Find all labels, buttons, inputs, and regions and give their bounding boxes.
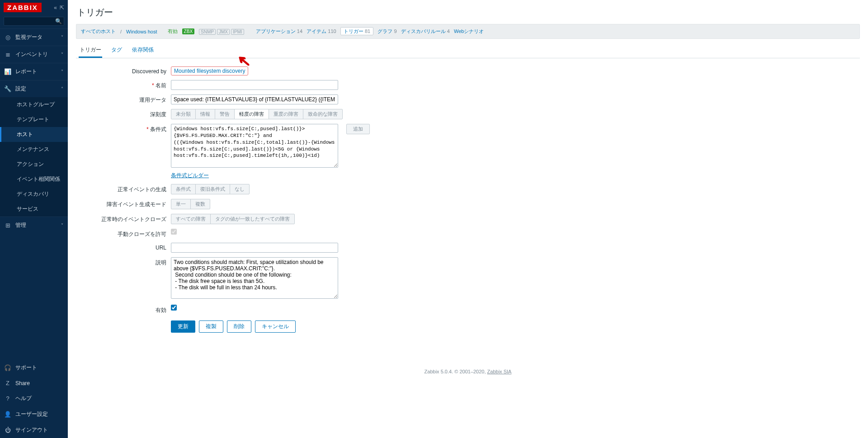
search-box[interactable]: 🔍 (4, 17, 64, 26)
nav-icon: 🔧 (4, 85, 12, 92)
tab-1[interactable]: タグ (110, 42, 123, 58)
nav-sub-ホストグループ[interactable]: ホストグループ (0, 97, 68, 112)
crumb-item-3[interactable]: グラフ 9 (377, 28, 396, 34)
bottom-icon: 👤 (4, 411, 12, 418)
crumb-item-1[interactable]: アイテム 110 (307, 28, 336, 34)
status-enabled: 有効 (168, 28, 178, 35)
nav-label: 管理 (15, 221, 26, 229)
crumb-item-0[interactable]: アプリケーション 14 (256, 28, 302, 34)
main: トリガー すべてのホスト / Windows host 有効 ZBX SNMP … (68, 0, 868, 438)
manualclose-checkbox (171, 229, 177, 235)
crumb-item-5[interactable]: Webシナリオ (454, 28, 484, 34)
clone-button[interactable]: 複製 (199, 320, 223, 333)
crumb-sep: / (120, 29, 122, 34)
breadcrumb-bar: すべてのホスト / Windows host 有効 ZBX SNMP JMX I… (76, 24, 860, 39)
nav-1[interactable]: ≣インベントリ˅ (0, 46, 68, 63)
sidebar: ZABBIX « ⇱ 🔍 ◎監視データ˅≣インベントリ˅📊レポート˅🔧設定˄ホス… (0, 0, 68, 438)
opdata-input[interactable] (171, 94, 338, 104)
sb-bottom-4[interactable]: ⏻サインアウト (0, 422, 68, 438)
label-discovered: Discovered by (76, 66, 171, 75)
okgen-group-opt-0: 条件式 (171, 184, 196, 194)
nav-sub-アクション[interactable]: アクション (0, 157, 68, 172)
bottom-icon: Z (4, 380, 12, 386)
chevron-icon: ˅ (61, 35, 63, 40)
proto-badge-JMX: JMX (217, 29, 230, 35)
sb-bottom-1[interactable]: ZShare (0, 376, 68, 391)
footer: Zabbix 5.0.4. © 2001–2020, Zabbix SIA (76, 369, 860, 374)
footer-text: Zabbix 5.0.4. © 2001–2020, (425, 369, 487, 374)
sev-group-opt-1: 情報 (196, 109, 215, 119)
url-input[interactable] (171, 243, 338, 253)
discovered-by-link-box: Mounted filesystem discovery (171, 66, 248, 75)
sev-group-opt-3: 軽度の障害 (235, 109, 269, 119)
update-button[interactable]: 更新 (171, 320, 195, 333)
nav-sub-メンテナンス[interactable]: メンテナンス (0, 142, 68, 157)
proto-badge-IPMI: IPMI (231, 29, 244, 35)
severity-group: 未分類情報警告軽度の障害重度の障害致命的な障害 (171, 109, 343, 119)
nav-sub-ディスカバリ[interactable]: ディスカバリ (0, 187, 68, 202)
tab-2[interactable]: 依存関係 (131, 42, 155, 58)
sev-group-opt-4: 重度の障害 (269, 109, 303, 119)
bottom-icon: 🎧 (4, 364, 12, 371)
nav-3[interactable]: 🔧設定˄ (0, 80, 68, 97)
logo: ZABBIX (4, 3, 42, 12)
nav-icon: ◎ (4, 34, 12, 41)
label-desc: 説明 (76, 257, 171, 267)
nav-icon: ⊞ (4, 222, 12, 229)
cancel-button[interactable]: キャンセル (255, 320, 296, 333)
nav-4[interactable]: ⊞管理˅ (0, 217, 68, 234)
crumb-item-active[interactable]: トリガー 81 (340, 27, 373, 35)
tabs: トリガータグ依存関係 (76, 42, 860, 58)
popout-icon[interactable]: ⇱ (60, 5, 64, 11)
nav-2[interactable]: 📊レポート˅ (0, 63, 68, 80)
collapse-icon[interactable]: « (54, 5, 57, 11)
nav-sub-サービス[interactable]: サービス (0, 202, 68, 217)
footer-link[interactable]: Zabbix SIA (487, 369, 512, 374)
okclose-group-opt-0: すべての障害 (171, 214, 211, 224)
label-okclose: 正常時のイベントクローズ (76, 214, 171, 223)
bottom-icon: ? (4, 395, 12, 402)
name-input[interactable] (171, 80, 338, 90)
okclose-group: すべての障害タグの値が一致したすべての障害 (171, 214, 295, 224)
bottom-icon: ⏻ (4, 427, 12, 433)
pbgen-group-opt-0: 単一 (171, 199, 191, 209)
sb-bottom-2[interactable]: ?ヘルプ (0, 391, 68, 406)
pbgen-group-opt-1: 複数 (191, 199, 210, 209)
crumb-host[interactable]: Windows host (126, 29, 157, 34)
nav-sub-テンプレート[interactable]: テンプレート (0, 112, 68, 127)
bottom-label: サポート (15, 364, 37, 372)
sev-group-opt-0: 未分類 (171, 109, 196, 119)
nav-label: 設定 (15, 85, 26, 93)
discovered-by-link[interactable]: Mounted filesystem discovery (174, 68, 245, 74)
bottom-label: ユーザー設定 (15, 410, 48, 418)
nav-sub-イベント相関関係[interactable]: イベント相関関係 (0, 172, 68, 187)
page-title: トリガー (77, 6, 860, 19)
label-url: URL (76, 243, 171, 251)
sb-bottom-3[interactable]: 👤ユーザー設定 (0, 406, 68, 422)
expr-builder-link[interactable]: 条件式ビルダー (171, 172, 209, 179)
label-enabled: 有効 (76, 305, 171, 314)
bottom-label: ヘルプ (15, 395, 32, 402)
crumb-all-hosts[interactable]: すべてのホスト (81, 28, 116, 35)
nav-sub-ホスト[interactable]: ホスト (0, 127, 68, 142)
nav-icon: 📊 (4, 68, 12, 75)
sev-group-opt-5: 致命的な障害 (303, 109, 342, 119)
crumb-item-4[interactable]: ディスカバリルール 4 (401, 28, 450, 34)
label-okgen: 正常イベントの生成 (76, 184, 171, 193)
okclose-group-opt-1: タグの値が一致したすべての障害 (211, 214, 294, 224)
nav-icon: ≣ (4, 51, 12, 58)
chevron-icon: ˅ (61, 223, 63, 228)
tab-0[interactable]: トリガー (79, 42, 102, 58)
label-expr: 条件式 (76, 124, 171, 133)
search-icon[interactable]: 🔍 (55, 18, 62, 24)
nav-0[interactable]: ◎監視データ˅ (0, 29, 68, 46)
expr-textarea[interactable] (171, 124, 338, 168)
desc-textarea[interactable] (171, 257, 338, 299)
proto-badge-SNMP: SNMP (199, 29, 216, 35)
search-input[interactable] (6, 18, 55, 24)
delete-button[interactable]: 削除 (227, 320, 251, 333)
bottom-label: サインアウト (15, 426, 48, 434)
enabled-checkbox[interactable] (171, 305, 177, 311)
sev-group-opt-2: 警告 (215, 109, 235, 119)
sb-bottom-0[interactable]: 🎧サポート (0, 360, 68, 376)
